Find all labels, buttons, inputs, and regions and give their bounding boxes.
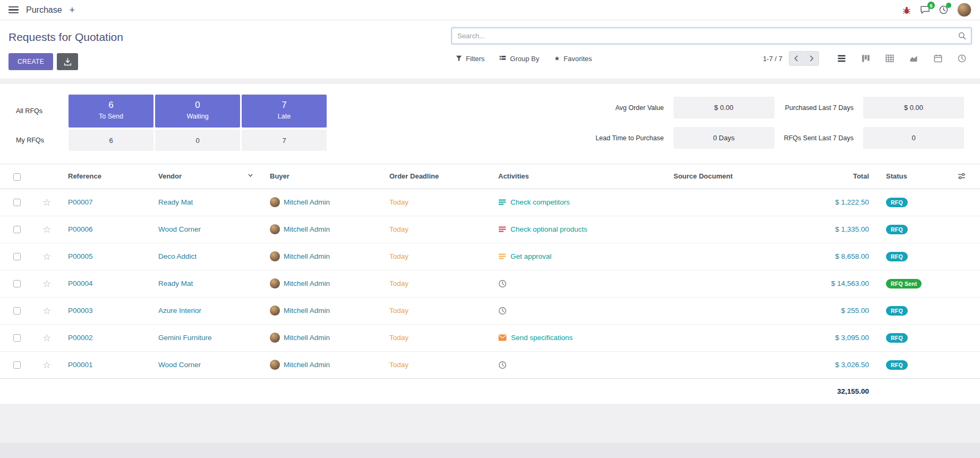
row-checkbox[interactable] xyxy=(13,280,21,287)
app-name[interactable]: Purchase xyxy=(26,5,62,15)
kpi-my-waiting[interactable]: 0 xyxy=(155,130,240,151)
calendar-view-icon[interactable] xyxy=(934,54,942,63)
activity-email-icon[interactable] xyxy=(498,334,507,341)
favorite-star-icon[interactable]: ☆ xyxy=(42,251,51,262)
pivot-view-icon[interactable] xyxy=(885,54,894,63)
page-title: Requests for Quotation xyxy=(8,31,451,44)
table-row[interactable]: ☆ P00007 Ready Mat Mitchell Admin Today … xyxy=(0,189,980,216)
reference-link[interactable]: P00006 xyxy=(68,225,93,233)
apps-menu-icon[interactable] xyxy=(8,6,19,14)
buyer-link[interactable]: Mitchell Admin xyxy=(284,361,330,369)
activity-tasks-icon[interactable] xyxy=(498,226,506,233)
activity-label[interactable]: Send specifications xyxy=(511,334,573,342)
activity-label[interactable]: Get approval xyxy=(510,252,551,260)
row-checkbox[interactable] xyxy=(13,307,21,315)
row-checkbox[interactable] xyxy=(13,199,21,206)
reference-link[interactable]: P00007 xyxy=(68,198,93,206)
buyer-link[interactable]: Mitchell Admin xyxy=(284,334,330,342)
buyer-link[interactable]: Mitchell Admin xyxy=(284,307,330,315)
row-checkbox[interactable] xyxy=(13,253,21,260)
vendor-link[interactable]: Azure Interior xyxy=(158,307,201,315)
search-icon[interactable] xyxy=(958,32,966,40)
group-by-button[interactable]: Group By xyxy=(499,55,539,63)
kanban-view-icon[interactable] xyxy=(862,54,870,63)
table-row[interactable]: ☆ P00006 Wood Corner Mitchell Admin Toda… xyxy=(0,216,980,243)
vendor-link[interactable]: Gemini Furniture xyxy=(158,334,212,342)
buyer-link[interactable]: Mitchell Admin xyxy=(284,252,330,260)
favorite-star-icon[interactable]: ☆ xyxy=(42,360,51,370)
buyer-column-header[interactable]: Buyer xyxy=(261,164,381,189)
messages-badge: 5 xyxy=(927,2,935,9)
create-button[interactable]: CREATE xyxy=(8,53,53,70)
kpi-late[interactable]: 7 Late xyxy=(242,95,327,128)
activities-clock-icon[interactable] xyxy=(939,5,948,14)
buyer-link[interactable]: Mitchell Admin xyxy=(284,198,330,206)
kpi-waiting[interactable]: 0 Waiting xyxy=(155,95,240,128)
bug-icon[interactable] xyxy=(902,6,911,14)
buyer-link[interactable]: Mitchell Admin xyxy=(284,225,330,233)
vendor-link[interactable]: Ready Mat xyxy=(158,198,193,206)
reference-link[interactable]: P00002 xyxy=(68,334,93,342)
purchased-last-7-days[interactable]: $ 0.00 xyxy=(863,97,964,118)
reference-link[interactable]: P00004 xyxy=(68,279,93,287)
optional-columns-header[interactable] xyxy=(949,164,980,189)
list-view-icon[interactable] xyxy=(837,54,846,63)
total-column-header[interactable]: Total xyxy=(792,164,877,189)
status-column-header[interactable]: Status xyxy=(877,164,949,189)
avg-order-value[interactable]: $ 0.00 xyxy=(674,97,774,118)
reference-column-header[interactable]: Reference xyxy=(59,164,150,189)
activity-tasks-icon[interactable] xyxy=(498,199,506,206)
lead-time-value[interactable]: 0 Days xyxy=(674,127,774,149)
kpi-my-late[interactable]: 7 xyxy=(242,130,327,151)
select-all-checkbox[interactable] xyxy=(13,173,21,181)
vendor-link[interactable]: Ready Mat xyxy=(158,279,193,287)
row-checkbox[interactable] xyxy=(13,334,21,342)
activity-label[interactable]: Check optional products xyxy=(510,225,587,233)
avg-order-value-label: Avg Order Value xyxy=(595,104,664,112)
order-deadline-column-header[interactable]: Order Deadline xyxy=(381,164,490,189)
row-checkbox[interactable] xyxy=(13,226,21,233)
activity-tasks-icon[interactable] xyxy=(498,253,506,260)
export-button[interactable] xyxy=(57,53,78,70)
vendor-column-header[interactable]: Vendor xyxy=(150,164,261,189)
source-document-column-header[interactable]: Source Document xyxy=(665,164,792,189)
table-row[interactable]: ☆ P00005 Deco Addict Mitchell Admin Toda… xyxy=(0,243,980,270)
graph-view-icon[interactable] xyxy=(909,54,918,63)
filters-button[interactable]: Filters xyxy=(456,55,484,63)
buyer-avatar xyxy=(270,360,280,370)
favorite-star-icon[interactable]: ☆ xyxy=(42,224,51,235)
favorite-star-icon[interactable]: ☆ xyxy=(42,306,51,316)
messages-icon[interactable]: 5 xyxy=(920,5,930,14)
activity-clock-icon[interactable] xyxy=(498,361,507,369)
new-tab-icon[interactable]: + xyxy=(70,5,75,15)
vendor-link[interactable]: Wood Corner xyxy=(158,225,201,233)
favorite-star-icon[interactable]: ☆ xyxy=(42,333,51,343)
search-bar[interactable] xyxy=(451,28,972,44)
activity-view-icon[interactable] xyxy=(958,54,966,63)
table-row[interactable]: ☆ P00001 Wood Corner Mitchell Admin Toda… xyxy=(0,351,980,378)
buyer-link[interactable]: Mitchell Admin xyxy=(284,279,330,287)
reference-link[interactable]: P00005 xyxy=(68,252,93,260)
kpi-to-send[interactable]: 6 To Send xyxy=(69,95,154,128)
pager-next-button[interactable] xyxy=(804,51,819,66)
kpi-my-to-send[interactable]: 6 xyxy=(69,130,154,151)
table-row[interactable]: ☆ P00004 Ready Mat Mitchell Admin Today … xyxy=(0,270,980,297)
favorite-star-icon[interactable]: ☆ xyxy=(42,197,51,208)
activities-column-header[interactable]: Activities xyxy=(490,164,665,189)
rfqs-sent-last-7-days[interactable]: 0 xyxy=(863,127,964,149)
favorite-star-icon[interactable]: ☆ xyxy=(42,278,51,289)
reference-link[interactable]: P00001 xyxy=(68,361,93,369)
activity-label[interactable]: Check competitors xyxy=(510,198,570,206)
table-row[interactable]: ☆ P00002 Gemini Furniture Mitchell Admin… xyxy=(0,324,980,351)
table-row[interactable]: ☆ P00003 Azure Interior Mitchell Admin T… xyxy=(0,297,980,324)
vendor-link[interactable]: Deco Addict xyxy=(158,252,197,260)
search-input[interactable] xyxy=(452,32,958,40)
pager-previous-button[interactable] xyxy=(789,51,804,66)
activity-clock-icon[interactable] xyxy=(498,307,507,315)
vendor-link[interactable]: Wood Corner xyxy=(158,361,201,369)
row-checkbox[interactable] xyxy=(13,361,21,369)
favorites-button[interactable]: ★ Favorites xyxy=(554,55,592,63)
activity-clock-icon[interactable] xyxy=(498,279,507,288)
user-avatar[interactable] xyxy=(957,3,972,17)
reference-link[interactable]: P00003 xyxy=(68,307,93,315)
